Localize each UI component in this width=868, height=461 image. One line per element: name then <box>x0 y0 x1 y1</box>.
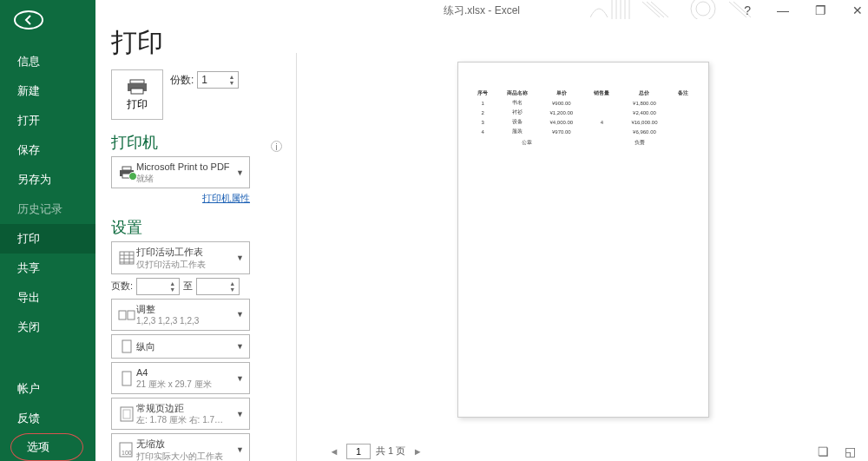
margins-dropdown[interactable]: 常规页边距 左: 1.78 厘米 右: 1.7… ▼ <box>111 398 250 430</box>
sidebar-item-打开[interactable]: 打开 <box>0 106 95 135</box>
collate-icon <box>117 307 136 321</box>
orientation-dropdown[interactable]: 纵向 ▼ <box>111 334 250 359</box>
svg-rect-7 <box>122 174 131 178</box>
chevron-down-icon: ▼ <box>236 374 244 383</box>
minimize-button[interactable]: — <box>777 3 789 17</box>
svg-point-0 <box>691 0 715 19</box>
svg-rect-10 <box>128 311 135 319</box>
paper-size-dropdown[interactable]: A4 21 厘米 x 29.7 厘米 ▼ <box>111 362 250 394</box>
print-preview-area: 序号商品名称单价销售量总价备注1书名¥900.00¥1,800.002衬衫¥1,… <box>310 27 856 440</box>
sidebar-item-另存为[interactable]: 另存为 <box>0 165 95 194</box>
chevron-down-icon: ▼ <box>236 254 244 262</box>
sidebar-item-帐户[interactable]: 帐户 <box>0 374 95 404</box>
window-title: 练习.xlsx - Excel <box>444 3 520 18</box>
copies-spinbox[interactable]: 1 ▲▼ <box>197 71 239 89</box>
sidebar-item-选项[interactable]: 选项 <box>10 433 83 461</box>
back-button[interactable] <box>14 10 43 30</box>
chevron-down-icon: ▼ <box>236 310 244 319</box>
sidebar-item-打印[interactable]: 打印 <box>0 224 95 254</box>
current-page-input[interactable] <box>346 444 371 459</box>
page-total-label: 共 1 页 <box>376 445 405 458</box>
sidebar-item-共享[interactable]: 共享 <box>0 254 95 283</box>
close-button[interactable]: ✕ <box>852 3 863 17</box>
chevron-down-icon: ▼ <box>236 342 244 351</box>
title-bar: 练习.xlsx - Excel ? — ❐ ✕ <box>95 0 868 18</box>
info-icon[interactable]: i <box>271 141 282 152</box>
portrait-icon <box>117 339 136 353</box>
svg-rect-13 <box>121 407 133 421</box>
svg-rect-6 <box>122 167 131 170</box>
print-settings-panel: 打印 打印 份数: 1 ▲▼ 打印机 i <box>95 18 295 461</box>
svg-point-1 <box>696 2 710 16</box>
backstage-sidebar: 信息新建打开保存另存为历史记录打印共享导出关闭 帐户反馈选项 <box>0 0 95 461</box>
chevron-down-icon: ▼ <box>236 168 244 177</box>
printer-dropdown[interactable]: Microsoft Print to PDF 就绪 ▼ <box>111 156 250 188</box>
page-title: 打印 <box>111 25 282 61</box>
printer-status-icon <box>117 166 136 180</box>
zoom-to-page-button[interactable]: ◱ <box>845 445 856 458</box>
sidebar-item-保存[interactable]: 保存 <box>0 135 95 165</box>
printer-status: 就绪 <box>136 173 244 184</box>
svg-rect-2 <box>130 80 144 83</box>
print-scope-dropdown[interactable]: 打印活动工作表 仅打印活动工作表 ▼ <box>111 241 250 273</box>
printer-section-title: 打印机 <box>111 132 282 153</box>
margins-icon <box>117 406 136 422</box>
sidebar-item-新建[interactable]: 新建 <box>0 76 95 106</box>
print-button[interactable]: 打印 <box>111 69 163 120</box>
preview-table: 序号商品名称单价销售量总价备注1书名¥900.00¥1,800.002衬衫¥1,… <box>470 89 696 136</box>
chevron-down-icon: ▼ <box>236 445 244 454</box>
show-margins-button[interactable]: ❏ <box>818 445 829 458</box>
svg-rect-11 <box>122 340 131 352</box>
chevron-down-icon: ▼ <box>236 410 244 418</box>
scaling-dropdown[interactable]: 100 无缩放 打印实际大小的工作表 ▼ <box>111 433 250 461</box>
copies-label: 份数: <box>170 73 194 88</box>
scaling-icon: 100 <box>117 442 136 458</box>
svg-rect-12 <box>122 372 131 385</box>
printer-name: Microsoft Print to PDF <box>136 161 244 173</box>
preview-page: 序号商品名称单价销售量总价备注1书名¥900.00¥1,800.002衬衫¥1,… <box>457 62 709 418</box>
restore-button[interactable]: ❐ <box>815 3 826 17</box>
sidebar-item-历史记录[interactable]: 历史记录 <box>0 194 95 224</box>
prev-page-button[interactable]: ◄ <box>327 445 341 458</box>
sidebar-item-反馈[interactable]: 反馈 <box>0 404 95 433</box>
page-to-spinbox[interactable]: ▲▼ <box>196 278 240 295</box>
sheet-icon <box>117 251 136 265</box>
svg-rect-9 <box>119 311 126 319</box>
svg-text:100: 100 <box>122 450 132 456</box>
svg-rect-4 <box>131 89 143 94</box>
page-from-spinbox[interactable]: ▲▼ <box>136 278 180 295</box>
collate-dropdown[interactable]: 调整 1,2,3 1,2,3 1,2,3 ▼ <box>111 299 250 331</box>
sidebar-item-关闭[interactable]: 关闭 <box>0 313 95 342</box>
pages-label: 页数: <box>111 280 133 293</box>
page-icon <box>117 371 136 386</box>
next-page-button[interactable]: ► <box>411 445 424 458</box>
svg-rect-14 <box>123 410 130 418</box>
sidebar-item-导出[interactable]: 导出 <box>0 283 95 313</box>
page-navigator: ◄ 共 1 页 ► <box>327 444 424 459</box>
printer-properties-link[interactable]: 打印机属性 <box>111 192 250 205</box>
sidebar-item-信息[interactable]: 信息 <box>0 47 95 76</box>
printer-icon <box>127 78 148 95</box>
help-button[interactable]: ? <box>744 3 751 17</box>
settings-section-title: 设置 <box>111 217 282 238</box>
